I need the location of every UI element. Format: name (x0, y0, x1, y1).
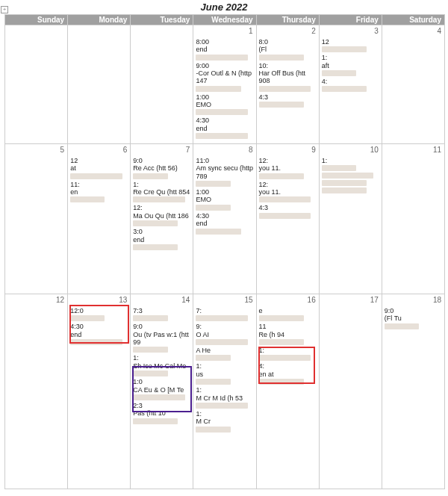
event-subtext: Re Cre Qu (htt 854 (133, 188, 190, 196)
event-item[interactable]: 12:you 11. (259, 181, 317, 203)
day-cell[interactable]: 18:00end9:00-Cor Outl & N (http 1471:00E… (193, 25, 256, 144)
event-bar (70, 315, 105, 321)
event-bar (322, 180, 367, 186)
day-cell[interactable] (131, 25, 193, 144)
event-item[interactable]: 4:30end (196, 212, 253, 235)
event-item[interactable]: e (259, 307, 317, 321)
event-item[interactable]: 1: (322, 157, 379, 171)
event-item[interactable]: 9:O AI (196, 323, 253, 345)
event-item[interactable]: 4: (322, 78, 379, 92)
day-cell[interactable]: 5 (5, 144, 68, 294)
week-row: 121312:04:30end147:39:0Ou (tv Pas w:1 (h… (5, 294, 445, 489)
event-item[interactable]: 4:en at (259, 362, 317, 385)
event-item[interactable]: 2:3Pas (htt 10 (133, 402, 190, 424)
day-cell[interactable]: 79:0Re Acc (htt 56)1:Re Cre Qu (htt 8541… (131, 144, 193, 294)
day-cell[interactable]: 4 (382, 25, 444, 144)
day-cell[interactable]: 12 (5, 294, 68, 489)
event-item[interactable]: 1:M Cr M Id (h 53 (196, 386, 253, 409)
event-item[interactable]: 1:00EMO (196, 93, 253, 116)
day-cell[interactable]: 612at11:en (68, 144, 131, 294)
event-item[interactable]: 11:0Am sync secu (http 789 (196, 157, 253, 187)
events-container (382, 154, 444, 158)
event-time: 1: (196, 386, 253, 394)
event-item[interactable]: 7:3 (133, 307, 190, 321)
event-bar (259, 213, 311, 219)
event-bar (322, 86, 367, 92)
day-cell[interactable]: 811:0Am sync secu (http 7891:00EMO4:30en… (193, 144, 256, 294)
day-cell[interactable]: 101: (319, 144, 382, 294)
event-bar (196, 109, 247, 115)
day-cell[interactable]: 3121:aft4: (319, 25, 382, 144)
day-cell[interactable]: 11 (382, 144, 444, 294)
day-cell[interactable]: 147:39:0Ou (tv Pas w:1 (htt 991:Sh Ico M… (131, 294, 193, 489)
event-item[interactable]: 4:30end (70, 323, 128, 345)
event-item[interactable]: 11Re (h 94 (259, 323, 317, 345)
event-item[interactable]: 11:en (70, 181, 128, 203)
date-number: 3 (320, 25, 382, 35)
event-item[interactable]: 4:3 (259, 204, 317, 218)
event-subtext: aft (322, 62, 379, 69)
event-time: 4:3 (259, 93, 317, 101)
event-item[interactable]: 4:30end (196, 117, 253, 139)
event-time: 11:0 (196, 157, 253, 164)
event-bar (196, 403, 247, 409)
week-row: 18:00end9:00-Cor Outl & N (http 1471:00E… (5, 25, 445, 144)
event-item[interactable]: 1:aft (322, 54, 379, 76)
event-item[interactable]: 12 (322, 38, 379, 52)
event-time: 12:0 (70, 307, 128, 314)
event-subtext: A He (196, 347, 253, 354)
event-item[interactable]: 1:M Cr (196, 410, 253, 433)
event-item[interactable]: 7: (196, 307, 253, 321)
event-item[interactable]: 3:0end (133, 228, 190, 250)
event-item[interactable]: 1:00EMO (196, 188, 253, 211)
event-time: 9:0 (385, 307, 442, 314)
event-subtext: end (133, 236, 190, 244)
event-item[interactable]: 12:you 11. (259, 157, 317, 179)
event-bar (196, 205, 230, 211)
event-item[interactable]: 12at (70, 157, 128, 179)
events-container: 11:0Am sync secu (http 7891:00EMO4:30end (193, 154, 255, 238)
event-item[interactable]: 1: (259, 347, 317, 361)
event-item[interactable]: 1:Sh Ico Mc Cal Me (133, 354, 190, 376)
day-cell[interactable] (68, 25, 131, 144)
event-time: 1: (322, 157, 379, 164)
events-container: 121:aft4: (320, 35, 382, 96)
event-item[interactable] (322, 187, 379, 193)
events-container (5, 154, 67, 158)
calendar-title: June 2022 (0, 0, 448, 14)
day-cell[interactable]: 912:you 11.12:you 11.4:3 (256, 144, 319, 294)
event-item[interactable]: 9:00-Cor Outl & N (http 147 (196, 62, 253, 92)
event-item[interactable]: 9:0(Fl Tu (385, 307, 442, 329)
day-cell[interactable]: 1312:04:30end (68, 294, 131, 489)
event-item[interactable]: 12:Ma Ou Qu (htt 186 (133, 204, 190, 226)
day-cell[interactable]: 28:0(Fl10:Har Off Bus (htt 9084:3 (256, 25, 319, 144)
event-item[interactable]: 9:0Re Acc (htt 56) (133, 157, 190, 179)
event-item[interactable]: 4:3 (259, 93, 317, 108)
event-time: 1: (259, 347, 317, 354)
events-container (5, 304, 67, 309)
event-subtext: Pas (htt 10 (133, 409, 190, 417)
event-subtext: (Fl Tu (385, 314, 442, 322)
event-item[interactable]: 12:0 (70, 307, 128, 321)
event-item[interactable] (322, 173, 379, 179)
event-item[interactable]: 10:Har Off Bus (htt 908 (259, 62, 317, 92)
event-item[interactable]: A He (196, 347, 253, 361)
event-item[interactable]: 9:0Ou (tv Pas w:1 (htt 99 (133, 323, 190, 353)
day-cell[interactable]: 157:9:O AIA He1:us1:M Cr M Id (h 531:M C… (193, 294, 256, 489)
event-item[interactable]: 8:0(Fl (259, 38, 317, 61)
event-item[interactable]: 1:us (196, 362, 253, 385)
event-item[interactable]: 8:00end (196, 38, 253, 61)
event-time: 1: (196, 362, 253, 370)
day-cell[interactable]: 16e11Re (h 941:4:en at (256, 294, 319, 489)
day-cell[interactable]: 189:0(Fl Tu (382, 294, 444, 489)
event-item[interactable] (322, 180, 379, 186)
event-item[interactable]: 1:0CA Eu & O [M Te (133, 378, 190, 400)
event-time: 9:0 (133, 157, 190, 164)
expand-handle[interactable]: + (1, 6, 8, 13)
dayhdr-mon: Monday (68, 15, 131, 25)
event-subtext: Har Off Bus (htt 908 (259, 69, 317, 85)
day-cell[interactable] (5, 25, 68, 144)
events-container (320, 304, 382, 309)
day-cell[interactable]: 17 (319, 294, 382, 489)
event-item[interactable]: 1:Re Cre Qu (htt 854 (133, 181, 190, 203)
